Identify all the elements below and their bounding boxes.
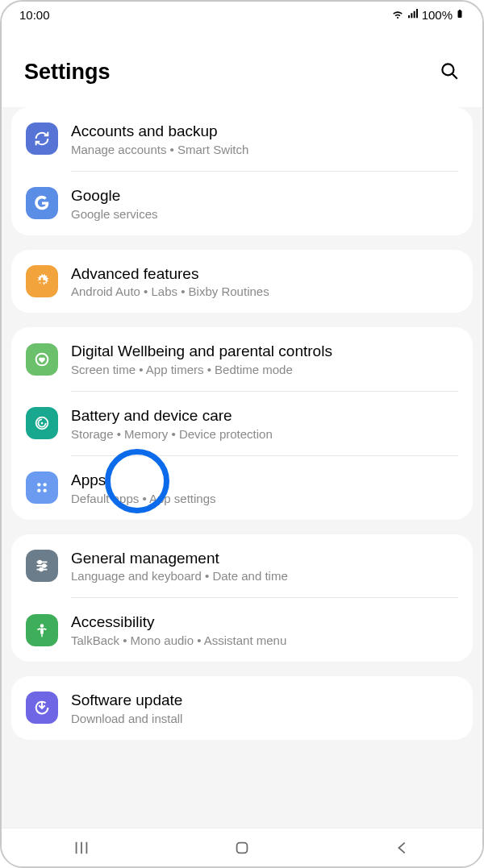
item-subtitle: Default apps • App settings [71, 492, 458, 505]
page-title: Settings [24, 60, 111, 85]
svg-point-9 [37, 489, 40, 492]
battery-text: 100% [422, 8, 453, 22]
item-subtitle: Storage • Memory • Device protection [71, 427, 458, 441]
person-icon [26, 614, 58, 646]
heart-icon [26, 343, 58, 376]
settings-group: General managementLanguage and keyboard … [11, 534, 473, 662]
status-indicators: 100% [391, 7, 465, 23]
nav-home-button[interactable] [202, 839, 282, 857]
svg-rect-3 [38, 280, 45, 283]
plus-icon [26, 265, 58, 297]
battery-icon [455, 7, 465, 23]
settings-item-accessibility[interactable]: AccessibilityTalkBack • Mono audio • Ass… [26, 598, 458, 662]
phone-frame: 10:00 100% Settings Accounts and backupM… [0, 0, 484, 868]
svg-point-8 [43, 483, 46, 486]
item-title: Google [71, 186, 458, 206]
nav-back-button[interactable] [362, 839, 443, 857]
item-subtitle: Google services [71, 207, 458, 221]
item-title: Accessibility [71, 613, 458, 632]
google-icon [26, 187, 58, 219]
item-subtitle: Screen time • App timers • Bedtime mode [71, 363, 458, 376]
item-subtitle: TalkBack • Mono audio • Assistant menu [71, 633, 458, 647]
search-button[interactable] [439, 60, 460, 85]
svg-point-14 [43, 564, 46, 567]
page-header: Settings [2, 27, 482, 107]
settings-item-accounts-backup[interactable]: Accounts and backupManage accounts • Sma… [26, 107, 458, 171]
svg-point-12 [38, 560, 41, 563]
svg-point-0 [442, 64, 453, 75]
nav-bar [2, 828, 482, 866]
settings-item-digital-wellbeing[interactable]: Digital Wellbeing and parental controlsS… [26, 327, 458, 391]
update-icon [26, 691, 58, 724]
signal-icon [407, 7, 419, 23]
item-title: Advanced features [71, 264, 458, 284]
settings-group: Advanced featuresAndroid Auto • Labs • B… [11, 250, 473, 314]
settings-item-battery-device-care[interactable]: Battery and device careStorage • Memory … [26, 392, 458, 455]
item-title: Software update [71, 691, 458, 710]
item-subtitle: Manage accounts • Smart Switch [71, 143, 458, 156]
item-title: Battery and device care [71, 406, 458, 426]
settings-item-google[interactable]: GoogleGoogle services [26, 172, 458, 235]
settings-item-advanced-features[interactable]: Advanced featuresAndroid Auto • Labs • B… [26, 250, 458, 314]
svg-line-18 [38, 629, 41, 629]
svg-line-19 [44, 629, 47, 629]
svg-point-17 [40, 624, 44, 628]
nav-recent-button[interactable] [41, 839, 122, 857]
item-subtitle: Android Auto • Labs • Bixby Routines [71, 284, 458, 298]
svg-point-16 [40, 568, 43, 571]
settings-group: Digital Wellbeing and parental controlsS… [11, 327, 473, 519]
settings-list[interactable]: Accounts and backupManage accounts • Sma… [2, 107, 482, 855]
apps-icon [26, 471, 58, 504]
item-title: General management [71, 549, 458, 568]
sync-icon [26, 123, 58, 155]
svg-point-10 [43, 489, 46, 492]
settings-item-software-update[interactable]: Software updateDownload and install [26, 676, 458, 740]
svg-rect-23 [237, 842, 248, 853]
item-title: Accounts and backup [71, 122, 458, 141]
settings-group: Software updateDownload and install [11, 676, 473, 740]
wifi-icon [391, 7, 404, 23]
svg-line-1 [453, 73, 457, 78]
item-title: Apps [71, 471, 458, 490]
item-subtitle: Download and install [71, 712, 458, 725]
settings-group: Accounts and backupManage accounts • Sma… [11, 107, 473, 235]
svg-point-7 [37, 483, 40, 486]
care-icon [26, 407, 58, 439]
status-bar: 10:00 100% [2, 2, 482, 27]
svg-point-6 [41, 422, 44, 425]
sliders-icon [26, 550, 58, 582]
settings-item-general-management[interactable]: General managementLanguage and keyboard … [26, 534, 458, 598]
settings-item-apps[interactable]: AppsDefault apps • App settings [26, 456, 458, 520]
status-time: 10:00 [19, 8, 50, 22]
item-title: Digital Wellbeing and parental controls [71, 342, 458, 361]
item-subtitle: Language and keyboard • Date and time [71, 569, 458, 583]
